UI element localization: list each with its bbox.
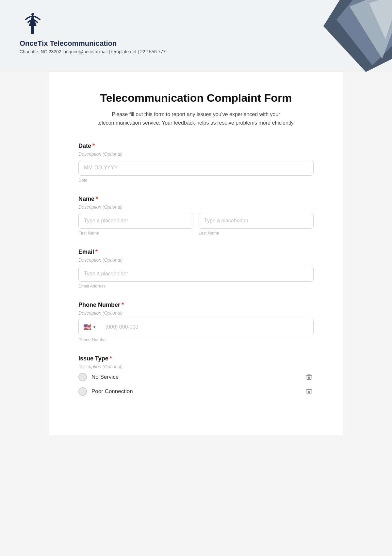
date-description: Description (Optional) xyxy=(78,151,314,157)
phone-sub-label: Phone Number xyxy=(78,337,314,342)
issue-type-required-star: * xyxy=(110,355,112,362)
phone-input-row: 🇺🇸 ▾ xyxy=(78,319,314,335)
no-service-label: No Service xyxy=(91,374,119,380)
form-subtitle: Please fill out this form to report any … xyxy=(95,110,297,127)
date-label: Date* xyxy=(78,143,314,149)
page-header: OnceTix Telecommunication Charlotte, NC … xyxy=(0,0,392,72)
company-info: Charlotte, NC 28202 | inquire@oncetix.ma… xyxy=(20,49,166,54)
email-description: Description (Optional) xyxy=(78,257,314,263)
trash-icon-2 xyxy=(305,388,313,395)
logo-area: OnceTix Telecommunication Charlotte, NC … xyxy=(20,10,372,54)
phone-number-input[interactable] xyxy=(100,319,313,335)
date-input[interactable] xyxy=(78,160,314,176)
issue-option-poor-connection: Poor Connection xyxy=(78,387,314,396)
delete-poor-connection-button[interactable] xyxy=(304,387,314,396)
delete-no-service-button[interactable] xyxy=(304,373,314,382)
issue-option-no-service: No Service xyxy=(78,373,314,382)
phone-required-star: * xyxy=(122,302,124,308)
chevron-down-icon: ▾ xyxy=(93,325,95,329)
date-sub-label: Date xyxy=(78,178,314,182)
name-required-star: * xyxy=(96,196,98,202)
name-field-section: Name* Description (Optional) First Name … xyxy=(78,196,314,235)
first-name-col: First Name xyxy=(78,213,193,235)
name-input-row: First Name Last Name xyxy=(78,213,314,235)
radio-left-no-service[interactable]: No Service xyxy=(78,373,119,381)
trash-icon xyxy=(305,374,313,381)
form-title: Telecommunication Complaint Form xyxy=(78,92,314,104)
first-name-input[interactable] xyxy=(78,213,193,229)
email-sub-label: Email Address xyxy=(78,284,314,288)
main-content: Telecommunication Complaint Form Please … xyxy=(49,72,343,435)
radio-left-poor-connection[interactable]: Poor Connection xyxy=(78,387,133,396)
poor-connection-label: Poor Connection xyxy=(91,388,133,395)
radio-button-poor-connection[interactable] xyxy=(78,387,87,396)
issue-type-label: Issue Type* xyxy=(78,355,314,362)
last-name-input[interactable] xyxy=(199,213,314,229)
svg-rect-7 xyxy=(307,375,311,380)
date-field-section: Date* Description (Optional) Date xyxy=(78,143,314,182)
last-name-col: Last Name xyxy=(199,213,314,235)
company-name: OnceTix Telecommunication xyxy=(20,39,117,48)
svg-rect-0 xyxy=(31,25,34,34)
company-logo-icon xyxy=(20,10,46,37)
first-name-sub-label: First Name xyxy=(78,231,193,235)
email-required-star: * xyxy=(95,249,98,255)
date-required-star: * xyxy=(92,143,95,149)
country-selector[interactable]: 🇺🇸 ▾ xyxy=(79,319,100,335)
phone-description: Description (Optional) xyxy=(78,310,314,316)
name-label: Name* xyxy=(78,196,314,202)
svg-point-2 xyxy=(31,13,34,16)
email-input[interactable] xyxy=(78,266,314,282)
svg-rect-10 xyxy=(307,390,311,394)
phone-field-section: Phone Number* Description (Optional) 🇺🇸 … xyxy=(78,302,314,342)
last-name-sub-label: Last Name xyxy=(199,231,314,235)
email-label: Email* xyxy=(78,249,314,255)
radio-button-no-service[interactable] xyxy=(78,373,87,381)
issue-type-description: Description (Optional) xyxy=(78,364,314,369)
name-description: Description (Optional) xyxy=(78,204,314,210)
phone-label: Phone Number* xyxy=(78,302,314,308)
flag-icon: 🇺🇸 xyxy=(83,323,91,331)
email-field-section: Email* Description (Optional) Email Addr… xyxy=(78,249,314,288)
issue-type-field-section: Issue Type* Description (Optional) No Se… xyxy=(78,355,314,396)
